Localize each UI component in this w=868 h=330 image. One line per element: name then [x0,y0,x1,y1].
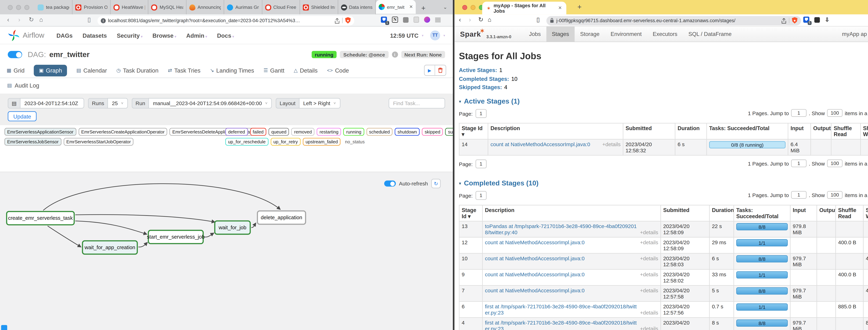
tab-calendar[interactable]: ▤Calendar [76,63,107,78]
column-header[interactable]: Shuffle Write [863,205,868,221]
task-node-start-emr-serverless-job[interactable]: start_emr_serverless_job [148,230,204,244]
tab-gantt[interactable]: ☰Gantt [264,63,284,78]
spark-logo[interactable]: Spark ✶ [460,30,481,38]
show-input[interactable] [827,159,842,167]
column-header[interactable]: Input [790,205,817,221]
section-active-stages[interactable]: ▾ Active Stages (1) [459,97,868,105]
execution-date-input[interactable] [20,98,84,109]
details-link[interactable]: +details [640,326,658,330]
spark-tab-environment[interactable]: Environment [605,26,647,42]
minimize-window-icon[interactable] [471,5,475,10]
dag-pause-toggle[interactable] [8,51,22,58]
column-header[interactable]: Description [483,205,660,221]
dag-graph-canvas[interactable]: create_emr_serverless_task wait_for_app_… [0,172,453,330]
tab-code[interactable]: <>Code [327,63,349,78]
browser-tab[interactable]: ✶ myApp - Stages for All Jobs ✕ [482,2,566,14]
new-tab-button[interactable]: + [421,4,426,12]
reload-icon[interactable]: ↻ [29,16,34,23]
browser-tab[interactable]: Shielded Inst [300,0,338,14]
brave-shield-icon[interactable] [345,17,351,24]
column-header[interactable]: Duration [675,123,707,139]
bitwarden-icon[interactable]: 1 [381,17,387,23]
download-icon[interactable]: ⇩ [825,17,830,23]
forward-icon[interactable]: › [469,16,471,23]
browser-tab[interactable]: Announcing [186,0,224,14]
close-tab-icon[interactable]: ✕ [558,5,562,10]
spark-tab-sql-dataframe[interactable]: SQL / DataFrame [683,26,737,42]
column-header[interactable]: Shuffle Read [831,123,861,139]
nav-item-datasets[interactable]: Datasets [83,32,107,38]
page-input[interactable] [475,109,487,118]
stage-description-link[interactable]: count at NativeMethodAccessorImpl.java:0 [491,141,590,147]
find-task-input[interactable] [389,98,445,109]
audit-log-link[interactable]: ▤ Audit Log [0,78,453,92]
task-node-wait-for-job[interactable]: wait_for_job [214,220,251,235]
nav-item-security[interactable]: Security▾ [117,32,143,38]
browser-tab[interactable]: HeatWave | C [111,0,148,14]
minimize-window-icon[interactable] [16,5,21,10]
page-input[interactable] [475,159,487,168]
browser-tab[interactable]: emr_twit✕ [376,0,416,14]
share-icon[interactable] [334,18,340,24]
column-header[interactable]: Stage Id ▾ [459,123,488,139]
address-field[interactable]: ! localhost:8081/dags/emr_twitter/graph?… [97,16,354,25]
column-header[interactable]: Output [817,205,836,221]
show-input[interactable] [827,191,842,199]
avatar[interactable]: TT [430,30,440,40]
tab-grid[interactable]: ▦Grid [7,63,25,78]
info-icon[interactable]: i [392,52,398,58]
task-node-wait-for-app-creation[interactable]: wait_for_app_creation [82,240,138,255]
new-tab-button[interactable]: + [577,3,582,11]
site-info-icon[interactable]: ! [101,18,106,23]
section-completed-stages[interactable]: ▾ Completed Stages (10) [459,179,868,187]
column-header[interactable]: Input [788,123,811,139]
tab-overflow-button[interactable]: ⌄ [443,4,447,10]
extensions-puzzle-icon[interactable] [403,17,408,22]
clock-label[interactable]: 12:59 UTC [390,32,418,38]
layout-select[interactable]: Left > Right˅ [299,98,340,109]
details-link[interactable]: +details [640,229,658,235]
back-icon[interactable]: ‹ [459,16,461,23]
column-header[interactable]: Shuffle Write [861,123,868,139]
bookmark-icon[interactable]: ▯ [88,16,91,23]
graph-control-chip[interactable] [1,325,7,330]
browser-tab[interactable]: Cloud Free T [262,0,300,14]
column-header[interactable]: Submitted [661,205,710,221]
browser-tab[interactable]: tea package [35,0,73,14]
summary-link[interactable]: Active Stages: [459,67,497,73]
bitwarden-icon[interactable]: 5 [803,17,809,23]
notion-icon[interactable]: N [392,17,398,23]
summary-link[interactable]: Completed Stages: [459,76,509,82]
delete-dag-button[interactable] [435,65,445,76]
menu-icon[interactable] [435,18,440,22]
nav-item-browse[interactable]: Browse▾ [152,32,176,38]
jump-input[interactable] [791,191,807,199]
browser-tab[interactable]: MySQL Heat [149,0,186,14]
browser-tab[interactable]: Provision Ora [73,0,111,14]
show-input[interactable] [827,109,842,117]
traffic-lights[interactable] [0,0,35,14]
column-header[interactable]: Description [488,123,623,139]
summary-link[interactable]: Skipped Stages: [459,84,502,90]
spark-tab-stages[interactable]: Stages [546,26,575,42]
update-button[interactable]: Update [8,111,37,121]
airflow-logo-icon[interactable] [8,29,20,41]
task-node-delete-application[interactable]: delete_application [257,210,306,225]
details-link[interactable]: +details [640,309,658,316]
tab-details[interactable]: △Details [294,63,318,78]
jump-input[interactable] [791,159,807,167]
close-window-icon[interactable] [8,5,13,10]
profile-orb-icon[interactable] [424,17,430,23]
brave-shield-icon[interactable] [792,17,798,24]
close-window-icon[interactable] [462,5,467,10]
home-icon[interactable]: ⌂ [488,16,491,23]
spark-tab-jobs[interactable]: Jobs [523,26,546,42]
column-header[interactable]: Stage Id ▾ [459,205,483,221]
bookmark-icon[interactable]: ▯ [536,16,540,23]
details-link[interactable]: +details [640,288,658,294]
column-header[interactable]: Tasks: Succeeded/Total [707,123,788,139]
home-icon[interactable]: ⌂ [39,16,43,23]
browser-tab[interactable]: Aurimas Gric [224,0,262,14]
tab-graph[interactable]: ▣Graph [34,64,67,76]
zoom-window-icon[interactable] [24,5,29,10]
